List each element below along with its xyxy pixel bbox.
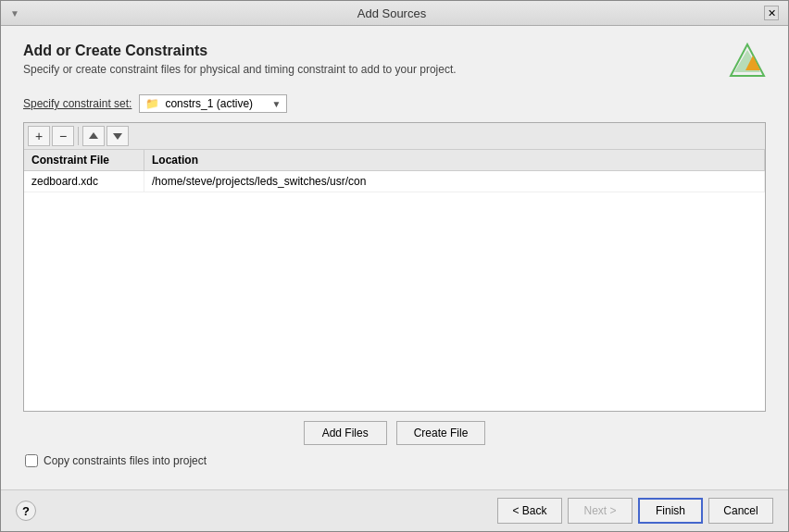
- finish-button[interactable]: Finish: [638, 498, 703, 524]
- dialog-title: Add Sources: [19, 6, 764, 20]
- back-button[interactable]: < Back: [497, 498, 562, 524]
- column-header-file: Constraint File: [24, 150, 144, 170]
- cell-file: zedboard.xdc: [24, 171, 144, 192]
- copy-checkbox-row: Copy constraints files into project: [25, 454, 766, 467]
- title-bar-arrow: ▼: [10, 8, 19, 19]
- copy-checkbox-label[interactable]: Copy constraints files into project: [44, 454, 207, 467]
- help-button[interactable]: ?: [16, 501, 36, 521]
- page-title: Add or Create Constraints: [23, 43, 457, 59]
- folder-icon: 📁: [145, 97, 159, 110]
- toolbar-separator: [78, 127, 79, 145]
- move-down-button[interactable]: [106, 126, 129, 146]
- footer-right: < Back Next > Finish Cancel: [497, 498, 773, 524]
- file-table-container: + − Constraint File Location: [23, 122, 766, 412]
- move-up-button[interactable]: [82, 126, 105, 146]
- constraint-set-row: Specify constraint set: 📁 constrs_1 (act…: [23, 94, 766, 113]
- brand-logo: [729, 43, 766, 80]
- constraint-set-label: Specify constraint set:: [23, 97, 132, 110]
- table-body: zedboard.xdc /home/steve/projects/leds_s…: [24, 171, 765, 411]
- add-row-button[interactable]: +: [28, 126, 50, 146]
- bottom-buttons: Add Files Create File: [23, 421, 766, 445]
- close-button[interactable]: ✕: [764, 6, 779, 20]
- up-arrow-icon: [88, 130, 99, 142]
- add-files-button[interactable]: Add Files: [304, 421, 387, 445]
- table-header: Constraint File Location: [24, 150, 765, 171]
- chevron-down-icon: ▼: [271, 99, 281, 109]
- copy-checkbox[interactable]: [25, 454, 38, 467]
- svg-marker-3: [89, 132, 98, 139]
- footer: ? < Back Next > Finish Cancel: [1, 489, 788, 531]
- cell-location: /home/steve/projects/leds_switches/usr/c…: [144, 171, 765, 192]
- constraint-set-dropdown[interactable]: 📁 constrs_1 (active) ▼: [139, 94, 287, 113]
- constraint-set-value: constrs_1 (active): [165, 97, 253, 110]
- table-row[interactable]: zedboard.xdc /home/steve/projects/leds_s…: [24, 171, 765, 192]
- table-toolbar: + −: [24, 123, 765, 150]
- footer-left: ?: [16, 501, 36, 521]
- add-sources-dialog: ▼ Add Sources ✕ Add or Create Constraint…: [0, 0, 789, 532]
- svg-marker-4: [113, 133, 122, 140]
- header-section: Add or Create Constraints Specify or cre…: [23, 43, 766, 80]
- cancel-button[interactable]: Cancel: [708, 498, 773, 524]
- dialog-body: Add or Create Constraints Specify or cre…: [1, 26, 788, 489]
- down-arrow-icon: [112, 130, 123, 142]
- column-header-location: Location: [144, 150, 765, 170]
- title-bar: ▼ Add Sources ✕: [1, 1, 788, 26]
- header-text: Add or Create Constraints Specify or cre…: [23, 43, 457, 76]
- create-file-button[interactable]: Create File: [396, 421, 486, 445]
- page-description: Specify or create constraint files for p…: [23, 63, 457, 76]
- next-button[interactable]: Next >: [568, 498, 632, 524]
- remove-row-button[interactable]: −: [52, 126, 74, 146]
